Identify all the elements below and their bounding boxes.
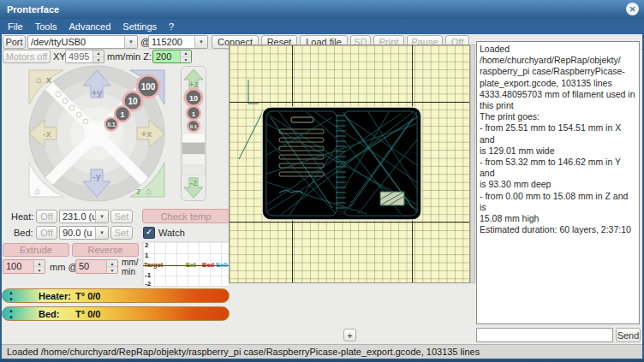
command-input[interactable] <box>476 328 613 342</box>
xy-feed-value: 4995 <box>66 50 92 62</box>
spin-down-icon[interactable]: ▼ <box>34 267 45 273</box>
bed-off-button[interactable]: Off <box>36 226 57 240</box>
port-button[interactable]: Port <box>3 35 26 49</box>
bed-temp-value: 90.0 (u <box>60 227 95 239</box>
spin-down-icon[interactable]: ▼ <box>181 57 191 63</box>
menu-tools[interactable]: Tools <box>31 21 65 32</box>
jog-plus-y-label: +y <box>92 87 103 98</box>
menu-help[interactable]: ? <box>164 21 182 32</box>
graph-series-target: Target <box>144 261 163 269</box>
port-select-value: /dev/ttyUSB0 <box>28 36 124 48</box>
baud-select-value: 115200 <box>149 36 194 48</box>
jog-minus-x-label: -x <box>43 128 52 139</box>
close-icon[interactable]: ✕ <box>626 3 639 15</box>
spin-up-icon[interactable]: ▲ <box>93 50 104 57</box>
z-jog-pad[interactable]: +z 10 1 0.1 -z <box>180 65 207 202</box>
send-button[interactable]: Send <box>616 328 641 342</box>
step-badge-1: 1 <box>115 106 130 122</box>
chevron-down-icon[interactable]: ▼ <box>194 36 207 48</box>
log-text: Loaded /home/churchyard/RepRap/objekty/ … <box>480 44 635 234</box>
graph-tick: 2 <box>145 241 148 249</box>
check-temp-button[interactable]: Check temp <box>142 209 230 223</box>
extrude-speed-unit: mm/ min <box>122 258 138 276</box>
extrude-speed-stepper[interactable]: 50 ▲▼ <box>75 259 118 274</box>
extrude-length-unit: mm @ <box>50 262 78 272</box>
jog-plus-x-label: +x <box>141 128 152 139</box>
xy-jog-pad[interactable]: ⌂ x y ⌂ ⌂ z ⌂ +y -y -x <box>24 65 170 202</box>
menu-settings[interactable]: Settings <box>118 21 164 32</box>
gauge-spin-icons[interactable]: ▲▼ <box>6 307 16 321</box>
spin-up-icon[interactable]: ▲ <box>107 260 117 267</box>
jog-minus-y-label: -y <box>92 171 102 181</box>
bed-temp-select[interactable]: 90.0 (u ▼ <box>59 226 109 240</box>
home-icon: ⌂ <box>146 186 152 196</box>
port-select[interactable]: /dev/ttyUSB0 ▼ <box>27 35 138 49</box>
bed-set-button: Set <box>110 226 133 240</box>
z-feed-stepper[interactable]: 200 ▲▼ <box>152 50 192 63</box>
bed-label: Bed: <box>14 228 33 238</box>
viewer-scrollbar[interactable] <box>470 45 475 283</box>
svg-text:0.1: 0.1 <box>190 124 198 129</box>
menu-file[interactable]: File <box>3 21 31 32</box>
heat-off-button[interactable]: Off <box>36 210 57 223</box>
z-step-badge-10: 10 <box>185 89 202 106</box>
gauge-spin-icons[interactable]: ▲▼ <box>6 289 16 303</box>
svg-text:10: 10 <box>128 97 138 106</box>
svg-text:100: 100 <box>141 82 156 92</box>
home-icon: ⌂ <box>34 186 40 196</box>
menu-bar: File Tools Advanced Settings ? <box>0 19 644 34</box>
plus-icon: + <box>347 330 352 341</box>
baud-select[interactable]: 115200 ▼ <box>148 35 208 49</box>
title-bar: Pronterface <box>0 0 644 19</box>
z-step-badge-01: 0.1 <box>188 120 200 132</box>
heater-gauge-value: T° 0/0 <box>75 291 100 301</box>
heater-gauge[interactable]: ▲▼ Heater: T° 0/0 <box>2 288 230 303</box>
home-icon: ⌂ <box>36 74 42 85</box>
watch-checkbox[interactable]: ✓ <box>143 227 155 239</box>
spin-up-icon[interactable]: ▲ <box>34 260 45 267</box>
heat-temp-value: 231.0 (u <box>60 211 95 223</box>
spin-up-icon[interactable]: ▲ <box>181 50 191 57</box>
extrude-length-value: 100 <box>3 260 33 273</box>
heat-temp-select[interactable]: 231.0 (u ▼ <box>59 210 109 223</box>
gcode-viewer[interactable] <box>229 45 470 283</box>
step-badge-01: 0.1 <box>105 118 118 131</box>
svg-text:0.1: 0.1 <box>107 122 115 128</box>
menu-advanced[interactable]: Advanced <box>64 21 118 32</box>
graph-series-ex0: Ex0 <box>216 261 227 269</box>
z-step-rows[interactable] <box>182 134 205 175</box>
gcode-plate-drawing <box>230 45 469 282</box>
z-feed-value: 200 <box>153 50 180 62</box>
spin-down-icon[interactable]: ▼ <box>93 57 104 63</box>
reverse-button[interactable]: Reverse <box>72 243 139 257</box>
extrude-button[interactable]: Extrude <box>3 243 69 257</box>
graph-tick: -2 <box>145 280 151 288</box>
watch-label: Watch <box>158 228 185 238</box>
chevron-down-icon[interactable]: ▼ <box>95 211 108 223</box>
check-icon: ✓ <box>146 228 152 236</box>
graph-series-bed: Bed <box>202 261 214 269</box>
chevron-down-icon[interactable]: ▼ <box>124 36 137 48</box>
log-output[interactable]: Loaded /home/churchyard/RepRap/objekty/ … <box>476 41 640 324</box>
zoom-in-button[interactable]: + <box>343 329 356 341</box>
bed-gauge[interactable]: ▲▼ Bed: T° 0/0 <box>2 306 230 321</box>
xy-feed-stepper[interactable]: 4995 ▲▼ <box>65 50 104 63</box>
z-step-badge-1: 1 <box>187 106 200 120</box>
svg-text:1: 1 <box>120 110 124 119</box>
status-text: Loaded /home/churchyard/RepRap/objekty/r… <box>7 347 480 357</box>
z-feed-label: mm/min Z: <box>107 51 152 62</box>
graph-tick: 1 <box>145 252 148 259</box>
watch-checkbox-row: ✓ Watch <box>143 227 185 239</box>
bed-gauge-value: T° 0/0 <box>75 309 100 319</box>
chevron-down-icon[interactable]: ▼ <box>95 227 108 239</box>
svg-text:1: 1 <box>192 110 196 118</box>
jog-minus-z-label: -z <box>190 178 197 187</box>
heat-label: Heat: <box>11 211 33 222</box>
bed-gauge-label: Bed: <box>39 309 59 319</box>
temperature-graph: 2 1 -1 -2 Target Ext Bed Ex0 <box>142 241 230 287</box>
motors-off-button[interactable]: Motors off <box>3 50 51 63</box>
spin-down-icon[interactable]: ▼ <box>107 267 117 273</box>
extrude-length-stepper[interactable]: 100 ▲▼ <box>3 259 45 274</box>
heat-set-button: Set <box>110 210 133 223</box>
window-border-bottom <box>0 359 644 362</box>
